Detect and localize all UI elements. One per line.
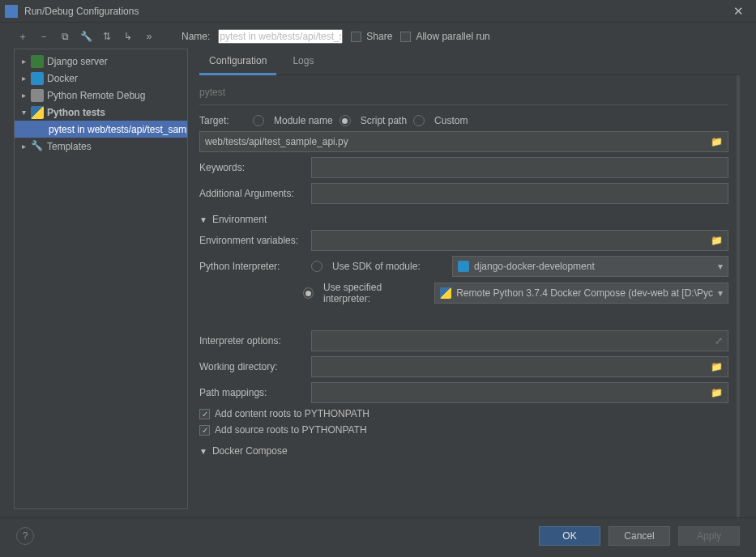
sidebar-toolbar: ＋ － ⧉ 🔧 ⇅ ↳ »: [16, 30, 156, 43]
close-icon[interactable]: ✕: [725, 4, 751, 19]
share-checkbox[interactable]: Share: [351, 31, 392, 42]
radio-custom-label: Custom: [434, 115, 468, 126]
addargs-field[interactable]: [311, 183, 728, 204]
envvars-label: Environment variables:: [199, 235, 305, 246]
add-source-checkbox[interactable]: ✓Add source roots to PYTHONPATH: [199, 424, 367, 436]
chevron-down-icon: ▾: [718, 287, 723, 299]
section-docker-toggle[interactable]: ▼Docker Compose: [199, 445, 728, 457]
parallel-label: Allow parallel run: [416, 31, 489, 42]
envvars-field[interactable]: 📁: [311, 230, 728, 251]
folder-icon[interactable]: 📁: [711, 136, 723, 147]
tabs: Configuration Logs: [199, 49, 740, 75]
workdir-label: Working directory:: [199, 361, 305, 372]
add-content-checkbox[interactable]: ✓Add content roots to PYTHONPATH: [199, 408, 369, 419]
chevron-down-icon: ▾: [718, 261, 723, 272]
tree-node-remote[interactable]: ▸Python Remote Debug: [15, 87, 187, 104]
tab-logs[interactable]: Logs: [283, 49, 323, 74]
use-sdk-label: Use SDK of module:: [332, 261, 446, 272]
app-icon: [5, 5, 18, 18]
wrench-icon[interactable]: 🔧: [79, 30, 92, 43]
use-spec-label: Use specified interpreter:: [323, 282, 428, 304]
tree-node-pytests[interactable]: ▾Python tests: [15, 104, 187, 121]
folder-icon[interactable]: 📁: [711, 235, 723, 246]
window-title: Run/Debug Configurations: [24, 6, 725, 17]
radio-module[interactable]: [253, 115, 264, 126]
add-content-label: Add content roots to PYTHONPATH: [215, 408, 369, 419]
radio-use-spec[interactable]: [303, 287, 314, 299]
radio-custom[interactable]: [413, 115, 425, 126]
radio-script-label: Script path: [361, 115, 407, 126]
intopts-field[interactable]: ⤢: [311, 330, 728, 351]
pathmap-label: Path mappings:: [199, 387, 305, 398]
help-button[interactable]: ?: [16, 527, 34, 545]
section-pytest: pytest: [199, 75, 728, 101]
expand-icon[interactable]: ⤢: [715, 335, 723, 347]
tree-node-docker[interactable]: ▸Docker: [15, 70, 187, 87]
title-bar: Run/Debug Configurations ✕: [0, 0, 756, 23]
tree-node-django[interactable]: ▸Django server: [15, 53, 187, 70]
folder-icon[interactable]: 📁: [711, 361, 723, 372]
intopts-label: Interpreter options:: [199, 335, 305, 347]
target-label: Target:: [199, 115, 246, 126]
radio-script[interactable]: [340, 115, 351, 126]
tree-node-selected[interactable]: pytest in web/tests/api/test_sample_api.…: [15, 121, 187, 138]
tab-configuration[interactable]: Configuration: [199, 49, 276, 75]
section-environment-toggle[interactable]: ▼Environment: [199, 214, 728, 225]
radio-module-label: Module name: [274, 115, 333, 126]
spec-dropdown[interactable]: Remote Python 3.7.4 Docker Compose (dev-…: [434, 283, 728, 304]
addargs-label: Additional Arguments:: [199, 188, 305, 199]
expand-icon[interactable]: »: [143, 30, 156, 43]
keywords-field[interactable]: [311, 157, 728, 178]
remove-icon[interactable]: －: [37, 30, 50, 43]
folder-icon[interactable]: 📁: [711, 387, 723, 398]
copy-icon[interactable]: ⧉: [58, 30, 71, 43]
sdk-dropdown[interactable]: django-docker-development▾: [452, 256, 728, 277]
tree-node-templates[interactable]: ▸🔧Templates: [15, 138, 187, 155]
config-tree: ▸Django server ▸Docker ▸Python Remote De…: [14, 49, 188, 509]
cancel-button[interactable]: Cancel: [609, 526, 670, 546]
script-path-field[interactable]: web/tests/api/test_sample_api.py📁: [199, 131, 728, 152]
workdir-field[interactable]: 📁: [311, 356, 728, 377]
folder-move-icon[interactable]: ↳: [122, 30, 135, 43]
share-label: Share: [366, 31, 392, 42]
add-icon[interactable]: ＋: [16, 30, 29, 43]
apply-button[interactable]: Apply: [678, 526, 740, 546]
keywords-label: Keywords:: [199, 162, 305, 173]
up-down-icon[interactable]: ⇅: [100, 30, 113, 43]
name-label: Name:: [182, 31, 210, 42]
ok-button[interactable]: OK: [539, 526, 600, 546]
pathmap-field[interactable]: 📁: [311, 382, 728, 403]
name-input[interactable]: [218, 29, 343, 44]
pyint-label: Python Interpreter:: [199, 261, 305, 272]
radio-use-sdk[interactable]: [311, 261, 322, 272]
add-source-label: Add source roots to PYTHONPATH: [215, 424, 367, 436]
parallel-checkbox[interactable]: Allow parallel run: [400, 31, 489, 42]
